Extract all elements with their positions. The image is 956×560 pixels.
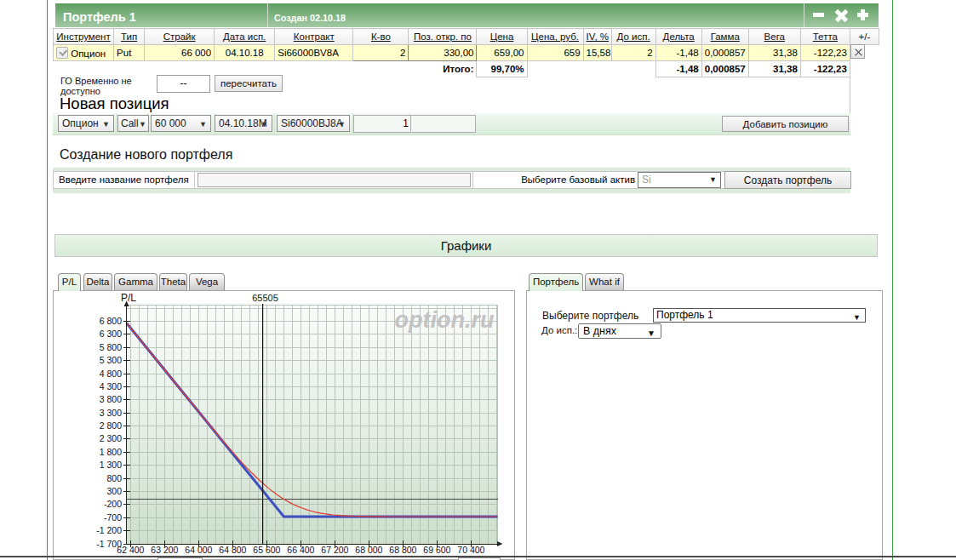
svg-text:5 300: 5 300 — [100, 355, 122, 365]
svg-text:P/L: P/L — [121, 292, 136, 304]
svg-text:-200: -200 — [104, 499, 122, 509]
svg-text:67 200: 67 200 — [321, 545, 348, 555]
svg-text:70 400: 70 400 — [457, 545, 484, 555]
svg-text:-1 200: -1 200 — [96, 525, 122, 535]
svg-text:65 600: 65 600 — [253, 545, 280, 555]
svg-text:6 800: 6 800 — [100, 316, 122, 326]
svg-text:64 000: 64 000 — [185, 545, 212, 555]
svg-text:3 800: 3 800 — [100, 394, 122, 404]
svg-text:4 300: 4 300 — [100, 381, 122, 391]
svg-text:1 800: 1 800 — [100, 447, 122, 457]
svg-text:62 400: 62 400 — [117, 545, 144, 555]
svg-text:65505: 65505 — [252, 293, 278, 303]
svg-text:3 300: 3 300 — [100, 408, 122, 418]
svg-text:2 800: 2 800 — [100, 420, 122, 431]
svg-text:64 800: 64 800 — [219, 545, 246, 555]
svg-text:4 800: 4 800 — [100, 369, 122, 379]
svg-text:69 600: 69 600 — [423, 545, 450, 555]
svg-text:2 300: 2 300 — [100, 433, 122, 443]
svg-text:68 800: 68 800 — [389, 545, 416, 555]
svg-text:68 000: 68 000 — [355, 545, 382, 555]
svg-text:63 200: 63 200 — [151, 545, 178, 555]
svg-text:300: 300 — [106, 486, 122, 496]
svg-text:800: 800 — [106, 473, 122, 483]
svg-text:option.ru: option.ru — [395, 307, 495, 333]
svg-text:6 300: 6 300 — [100, 329, 122, 339]
svg-text:-700: -700 — [104, 512, 122, 523]
svg-text:1 300: 1 300 — [100, 460, 122, 470]
svg-text:66 400: 66 400 — [287, 545, 314, 555]
svg-text:5 800: 5 800 — [100, 342, 122, 352]
